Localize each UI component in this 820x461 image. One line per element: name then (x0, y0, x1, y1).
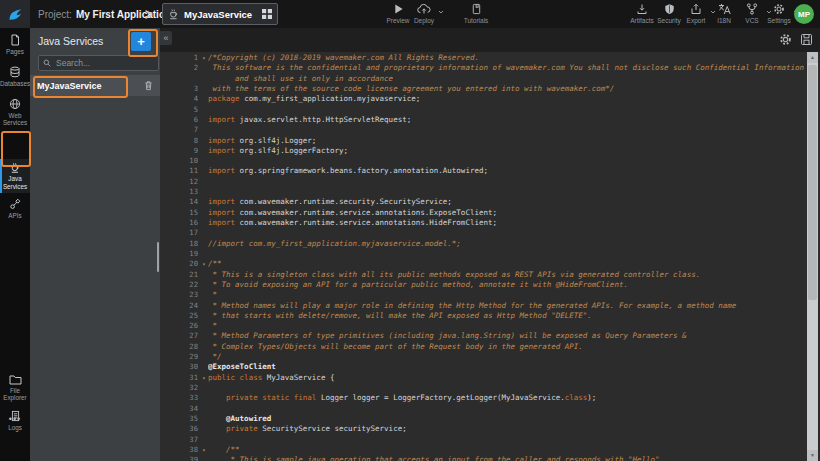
wavemaker-logo[interactable] (0, 0, 30, 28)
code-line[interactable]: 19 (160, 249, 806, 259)
tutorials-button[interactable]: Tutorials (460, 3, 492, 24)
deploy-button[interactable]: Deploy (408, 3, 440, 24)
globe-icon (9, 98, 21, 110)
line-number: 25 (160, 311, 200, 321)
editor-scrollbar[interactable]: ▲ ▼ (807, 52, 818, 461)
code-line[interactable]: 27 * Method Parameters of type primitive… (160, 331, 806, 341)
fold-toggle-icon[interactable]: ▾ (200, 445, 208, 455)
code-line[interactable]: 1▾/*Copyright (c) 2018-2019 wavemaker.co… (160, 53, 806, 63)
code-line[interactable]: 36 private SecurityService securityServi… (160, 424, 806, 434)
more-options-icon[interactable]: ••• (0, 414, 30, 424)
line-number: 5 (160, 105, 200, 115)
tutorials-label: Tutorials (464, 17, 489, 24)
code-text (208, 105, 806, 115)
settings-label: Settings (767, 17, 791, 24)
code-line[interactable]: 11import org.springframework.beans.facto… (160, 166, 806, 176)
scrollbar-thumb[interactable] (808, 65, 817, 300)
code-line[interactable]: 22 * To avoid exposing an API for a part… (160, 280, 806, 290)
line-number: 37 (160, 435, 200, 445)
line-number: 28 (160, 342, 200, 352)
code-line[interactable]: 21 * This is a singleton class with all … (160, 270, 806, 280)
fold-toggle-icon[interactable]: ▾ (200, 373, 208, 383)
fold-gutter-spacer (200, 383, 208, 393)
code-line[interactable]: 28 * Complex Types/Objects will become p… (160, 342, 806, 352)
code-line[interactable]: 3 with the terms of the source code lice… (160, 84, 806, 94)
code-text: * Complex Types/Objects will become part… (208, 342, 806, 352)
code-line[interactable]: and shall use it only in accordance (160, 74, 806, 84)
preview-label: Preview (386, 17, 409, 24)
scroll-up-icon[interactable]: ▲ (807, 52, 818, 63)
code-line[interactable]: 31▾public class MyJavaService { (160, 373, 806, 383)
user-avatar[interactable]: MP (794, 4, 814, 24)
code-line[interactable]: 23 * (160, 290, 806, 300)
chevron-down-icon[interactable] (438, 10, 444, 14)
code-line[interactable]: 2 This software is the confidential and … (160, 63, 806, 73)
code-text (208, 156, 806, 166)
code-line[interactable]: 15import com.wavemaker.runtime.service.a… (160, 208, 806, 218)
code-line[interactable]: 38▾ /** (160, 445, 806, 455)
language-icon (718, 3, 731, 15)
settings-button[interactable]: Settings (763, 3, 795, 24)
code-line[interactable]: 6import javax.servlet.http.HttpServletRe… (160, 115, 806, 125)
code-text: with the terms of the source code licens… (208, 84, 806, 94)
code-text: import com.wavemaker.runtime.security.Se… (208, 197, 806, 207)
grid-icon[interactable] (262, 9, 272, 19)
panel-scrollbar[interactable] (157, 242, 159, 272)
scroll-down-icon[interactable]: ▼ (807, 450, 818, 461)
sidebar-item-web-services[interactable]: Web Services (0, 98, 30, 126)
code-line[interactable]: 5 (160, 105, 806, 115)
sidebar-item-databases[interactable]: Databases (0, 66, 30, 87)
editor-settings-gear-icon[interactable] (779, 33, 792, 46)
line-number: 2 (160, 63, 200, 73)
code-line[interactable]: 25 * that starts with delete/remove, wil… (160, 311, 806, 321)
sidebar-item-pages[interactable]: Pages (0, 34, 30, 55)
code-line[interactable]: 18//import com.my_first_application.myja… (160, 239, 806, 249)
line-number: 6 (160, 115, 200, 125)
code-line[interactable]: 10 (160, 156, 806, 166)
code-line[interactable]: 26 * (160, 321, 806, 331)
project-name[interactable]: My First Application (76, 9, 171, 20)
code-line[interactable]: 32 (160, 383, 806, 393)
fold-toggle-icon[interactable]: ▾ (200, 53, 208, 63)
code-line[interactable]: 37 (160, 435, 806, 445)
code-area[interactable]: 1▾/*Copyright (c) 2018-2019 wavemaker.co… (160, 52, 806, 461)
code-line[interactable]: 7 (160, 125, 806, 135)
code-line[interactable]: 29 */ (160, 352, 806, 362)
fold-gutter-spacer (200, 290, 208, 300)
code-text: /*Copyright (c) 2018-2019 wavemaker.com … (208, 53, 806, 63)
code-line[interactable]: 16import com.wavemaker.runtime.service.a… (160, 218, 806, 228)
save-icon[interactable] (800, 33, 813, 46)
add-service-button[interactable]: + (131, 32, 151, 51)
deploy-label: Deploy (414, 17, 434, 24)
sidebar-item-file-explorer[interactable]: File Explorer (0, 374, 30, 401)
code-line[interactable]: 12 (160, 177, 806, 187)
line-number: 35 (160, 414, 200, 424)
search-input[interactable] (54, 57, 154, 69)
code-line[interactable]: 17 (160, 228, 806, 238)
code-line[interactable]: 33 private static final Logger logger = … (160, 393, 806, 403)
code-line[interactable]: 4package com.my_first_application.myjava… (160, 94, 806, 104)
code-line[interactable]: 14import com.wavemaker.runtime.security.… (160, 197, 806, 207)
sidebar-item-java-services[interactable]: Java Services (0, 159, 30, 193)
code-line[interactable]: 39 * This is sample java operation that … (160, 455, 806, 461)
code-text: package com.my_first_application.myjavas… (208, 94, 806, 104)
tab-myjavaservice[interactable]: MyJavaService (162, 3, 278, 25)
code-line[interactable]: 30@ExposeToClient (160, 362, 806, 372)
line-number: 22 (160, 280, 200, 290)
sidebar-item-apis[interactable]: APIs (0, 198, 30, 219)
code-line[interactable]: 24 * Method names will play a major role… (160, 301, 806, 311)
code-text: * that starts with delete/remove, will m… (208, 311, 806, 321)
code-line[interactable]: 35 @Autowired (160, 414, 806, 424)
code-line[interactable]: 34 (160, 404, 806, 414)
line-number: 18 (160, 239, 200, 249)
service-list-item[interactable]: MyJavaService (30, 75, 160, 96)
code-line[interactable]: 8import org.slf4j.Logger; (160, 136, 806, 146)
code-line[interactable]: 20▾/** (160, 259, 806, 269)
fold-toggle-icon[interactable]: ▾ (200, 259, 208, 269)
trash-icon[interactable] (144, 80, 153, 91)
fold-gutter-spacer (200, 414, 208, 424)
line-number: 11 (160, 166, 200, 176)
collapse-panel-icon[interactable]: « (160, 31, 172, 45)
code-line[interactable]: 13 (160, 187, 806, 197)
code-line[interactable]: 9import org.slf4j.LoggerFactory; (160, 146, 806, 156)
